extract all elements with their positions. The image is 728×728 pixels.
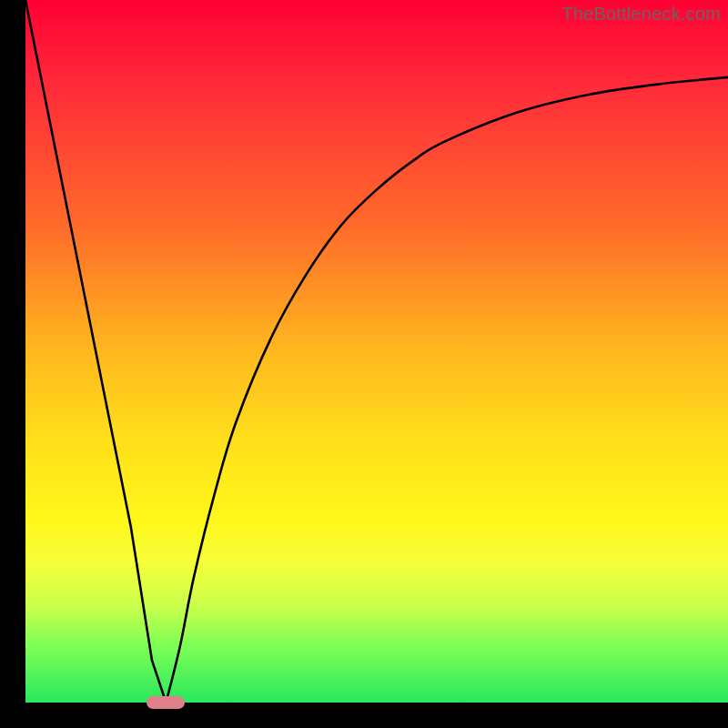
bottleneck-curve <box>25 0 728 703</box>
figure-container: TheBottleneck.com <box>0 0 728 728</box>
minimum-marker <box>147 696 185 709</box>
plot-area: TheBottleneck.com <box>25 0 728 703</box>
curve-path <box>25 0 728 703</box>
